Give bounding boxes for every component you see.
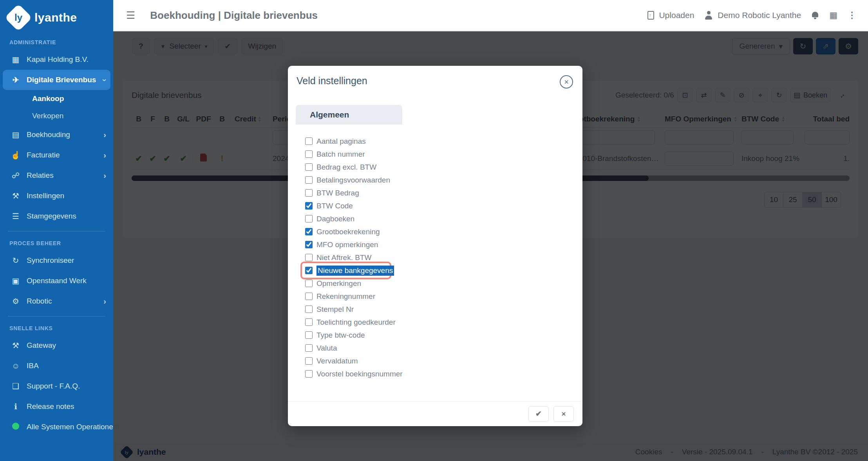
sidebar-item-aankoop[interactable]: Aankoop bbox=[0, 90, 113, 107]
field-checkbox[interactable] bbox=[305, 189, 313, 197]
tools-icon: ⚒ bbox=[9, 341, 22, 350]
thumbs-up-icon: ☝ bbox=[9, 150, 22, 160]
field-row-batch-nummer[interactable]: Batch nummer bbox=[305, 148, 582, 161]
field-row-valuta[interactable]: Valuta bbox=[305, 342, 582, 354]
user-menu[interactable]: Demo Robotic Lyanthe bbox=[704, 11, 801, 20]
sidebar-item-alle-systemen-operationeel[interactable]: Alle Systemen Operationeel bbox=[0, 417, 113, 437]
field-checkbox[interactable] bbox=[305, 176, 313, 184]
field-row-grootboekrekening[interactable]: Grootboekrekening bbox=[305, 225, 582, 238]
field-label: Nieuwe bankgegevens bbox=[316, 266, 394, 276]
field-label: Grootboekrekening bbox=[316, 228, 380, 236]
user-name: Demo Robotic Lyanthe bbox=[718, 11, 801, 20]
field-label: Toelichting goedkeurder bbox=[316, 318, 396, 327]
sidebar-item-kapai-holding-b-v[interactable]: ▦ Kapai Holding B.V. bbox=[0, 49, 113, 70]
field-checkbox[interactable] bbox=[305, 215, 313, 222]
field-row-toelichting-goedkeurder[interactable]: Toelichting goedkeurder bbox=[305, 316, 582, 329]
sidebar-nav: ADMINISTRATIE ▦ Kapai Holding B.V. ✈ Dig… bbox=[0, 34, 113, 437]
field-label: MFO opmerkingen bbox=[316, 240, 378, 249]
sidebar-item-verkopen[interactable]: Verkopen bbox=[0, 107, 113, 125]
field-checkbox[interactable] bbox=[305, 241, 313, 248]
field-checkbox[interactable] bbox=[305, 228, 313, 235]
field-row-btw-code[interactable]: BTW Code bbox=[305, 199, 582, 212]
sidebar-item-openstaand-werk[interactable]: ▣ Openstaand Werk bbox=[0, 271, 113, 291]
book-icon: ▤ bbox=[9, 130, 22, 139]
field-checkbox[interactable] bbox=[305, 318, 313, 326]
page-title: Boekhouding | Digitale brievenbus bbox=[150, 9, 318, 22]
field-row-dagboeken[interactable]: Dagboeken bbox=[305, 212, 582, 225]
field-row-betalingsvoorwaarden[interactable]: Betalingsvoorwaarden bbox=[305, 174, 582, 186]
sidebar-section-label: PROCES BEHEER bbox=[0, 237, 113, 250]
wrench-icon: ⚒ bbox=[9, 191, 22, 201]
field-label: Voorstel boekingsnummer bbox=[316, 370, 403, 378]
field-checkbox[interactable] bbox=[305, 344, 313, 352]
field-row-mfo-opmerkingen[interactable]: MFO opmerkingen bbox=[305, 238, 582, 251]
field-row-rekeningnummer[interactable]: Rekeningnummer bbox=[305, 290, 582, 303]
brand[interactable]: ly lyanthe bbox=[0, 0, 113, 34]
field-label: Betalingsvoorwaarden bbox=[316, 176, 390, 184]
field-checkbox[interactable] bbox=[305, 280, 313, 287]
upload-button[interactable]: Uploaden bbox=[647, 11, 694, 20]
sidebar-item-gateway[interactable]: ⚒ Gateway bbox=[0, 335, 113, 356]
field-row-bedrag-excl-btw[interactable]: Bedrag excl. BTW bbox=[305, 161, 582, 174]
sidebar-item-label: Digitale Brievenbus bbox=[27, 76, 96, 84]
field-row-stempel-nr[interactable]: Stempel Nr bbox=[305, 303, 582, 316]
sidebar-item-relaties[interactable]: ☍ Relaties › bbox=[0, 165, 113, 186]
field-row-vervaldatum[interactable]: Vervaldatum bbox=[305, 354, 582, 367]
upload-label: Uploaden bbox=[659, 11, 694, 20]
sidebar-item-facturatie[interactable]: ☝ Facturatie › bbox=[0, 145, 113, 165]
close-icon: × bbox=[561, 410, 566, 418]
field-checkbox[interactable] bbox=[305, 150, 313, 158]
confirm-button[interactable]: ✔ bbox=[528, 406, 549, 422]
field-checkbox[interactable] bbox=[305, 306, 313, 313]
bell-icon[interactable] bbox=[811, 11, 819, 20]
sidebar-item-digitale-brievenbus[interactable]: ✈ Digitale Brievenbus › bbox=[3, 70, 110, 90]
sidebar-subitem-label: Aankoop bbox=[32, 94, 64, 103]
field-label: BTW Code bbox=[316, 202, 353, 210]
sidebar: ly lyanthe ADMINISTRATIE ▦ Kapai Holding… bbox=[0, 0, 113, 461]
cancel-button[interactable]: × bbox=[553, 406, 574, 422]
sidebar-item-support-f-a-q[interactable]: ❑ Support - F.A.Q. bbox=[0, 376, 113, 396]
field-row-aantal-paginas[interactable]: Aantal paginas bbox=[305, 135, 582, 148]
sidebar-subitem-label: Verkopen bbox=[32, 112, 63, 120]
field-checkbox[interactable] bbox=[305, 267, 313, 274]
sidebar-item-release-notes[interactable]: ℹ Release notes bbox=[0, 396, 113, 417]
sidebar-item-boekhouding[interactable]: ▤ Boekhouding › bbox=[0, 125, 113, 145]
field-checkbox[interactable] bbox=[305, 293, 313, 300]
field-checkbox[interactable] bbox=[305, 370, 313, 378]
field-checkbox[interactable] bbox=[305, 331, 313, 339]
building-icon[interactable]: ▦ bbox=[829, 10, 837, 20]
kebab-menu-icon[interactable]: ⋮ bbox=[848, 10, 856, 20]
field-checkbox[interactable] bbox=[305, 137, 313, 145]
sidebar-item-robotic[interactable]: ⚙ Robotic › bbox=[0, 291, 113, 311]
chevron-right-icon: › bbox=[103, 151, 106, 160]
sidebar-item-label: Openstaand Werk bbox=[27, 277, 87, 285]
sidebar-section-label: SNELLE LINKS bbox=[0, 322, 113, 335]
chevron-down-icon: › bbox=[100, 79, 109, 81]
modal-footer: ✔ × bbox=[288, 401, 582, 426]
field-label: Vervaldatum bbox=[316, 357, 358, 365]
sidebar-item-stamgegevens[interactable]: ☰ Stamgegevens bbox=[0, 206, 113, 226]
close-icon[interactable]: × bbox=[560, 75, 573, 89]
sidebar-item-label: Gateway bbox=[27, 341, 56, 350]
sidebar-item-instellingen[interactable]: ⚒ Instellingen bbox=[0, 186, 113, 206]
hamburger-menu-icon[interactable]: ☰ bbox=[126, 9, 135, 22]
field-checkbox[interactable] bbox=[305, 254, 313, 261]
tab-algemeen[interactable]: Algemeen bbox=[296, 105, 402, 125]
gears-icon: ⚙ bbox=[9, 296, 22, 306]
sidebar-item-label: Kapai Holding B.V. bbox=[27, 55, 89, 64]
sidebar-item-synchroniseer[interactable]: ↻ Synchroniseer bbox=[0, 250, 113, 271]
field-label: BTW Bedrag bbox=[316, 189, 359, 197]
field-row-btw-bedrag[interactable]: BTW Bedrag bbox=[305, 186, 582, 199]
field-checkbox[interactable] bbox=[305, 163, 313, 171]
field-checkbox[interactable] bbox=[305, 202, 313, 210]
field-row-opmerkingen[interactable]: Opmerkingen bbox=[305, 277, 582, 290]
field-label: Stempel Nr bbox=[316, 305, 354, 314]
field-row-type-btw-code[interactable]: Type btw-code bbox=[305, 329, 582, 342]
field-checkbox[interactable] bbox=[305, 357, 313, 365]
field-row-voorstel-boekingsnummer[interactable]: Voorstel boekingsnummer bbox=[305, 367, 582, 380]
field-label: Rekeningnummer bbox=[316, 292, 375, 301]
chevron-right-icon: › bbox=[103, 171, 106, 180]
people-icon: ☍ bbox=[9, 171, 22, 180]
sidebar-item-iba[interactable]: ☺ IBA bbox=[0, 356, 113, 376]
chevron-right-icon: › bbox=[103, 130, 106, 139]
